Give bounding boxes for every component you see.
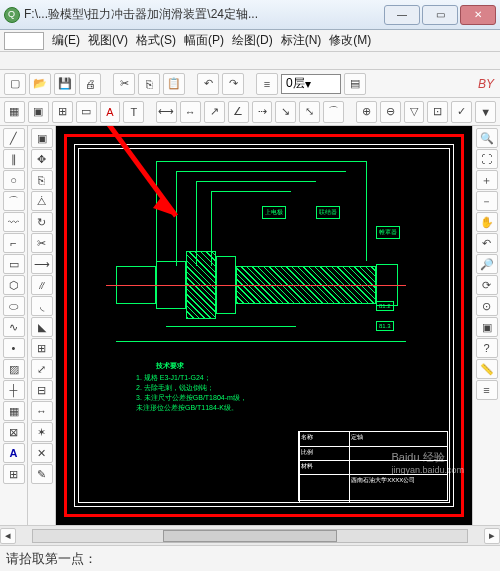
new-file-icon[interactable]: ▢ bbox=[4, 73, 26, 95]
select-icon[interactable]: ▭ bbox=[76, 101, 97, 123]
circle-icon[interactable]: ○ bbox=[3, 170, 25, 190]
layer-icon[interactable]: ≡ bbox=[256, 73, 278, 95]
regen-icon[interactable]: ⊙ bbox=[476, 296, 498, 316]
weld-icon[interactable]: ✓ bbox=[451, 101, 472, 123]
view-icon-1[interactable]: ▣ bbox=[476, 317, 498, 337]
table-icon[interactable]: ▦ bbox=[3, 401, 25, 421]
menu-modify[interactable]: 修改(M) bbox=[329, 32, 371, 49]
datum-icon[interactable]: ▼ bbox=[475, 101, 496, 123]
explode-icon[interactable]: ✶ bbox=[31, 422, 53, 442]
dimension-radius-icon[interactable]: ↗ bbox=[204, 101, 225, 123]
edit-icon[interactable]: ✎ bbox=[31, 464, 53, 484]
layer-selector[interactable]: 0层 ▾ bbox=[281, 74, 341, 94]
zoom-window-icon[interactable]: 🔍 bbox=[476, 128, 498, 148]
polyline-icon[interactable]: ⌐ bbox=[3, 233, 25, 253]
tool-icon-1[interactable]: ⊞ bbox=[52, 101, 73, 123]
dimension-continue-icon[interactable]: ⇢ bbox=[252, 101, 273, 123]
mirror-icon[interactable]: ⧊ bbox=[31, 191, 53, 211]
dimension-aligned-icon[interactable]: ↔ bbox=[180, 101, 201, 123]
menu-view[interactable]: 视图(V) bbox=[88, 32, 128, 49]
open-file-icon[interactable]: 📂 bbox=[29, 73, 51, 95]
zoom-realtime-icon[interactable]: 🔎 bbox=[476, 254, 498, 274]
move-icon[interactable]: ✥ bbox=[31, 149, 53, 169]
text-icon[interactable]: A bbox=[100, 101, 121, 123]
copy-icon[interactable]: ⎘ bbox=[138, 73, 160, 95]
zoom-out-icon[interactable]: － bbox=[476, 191, 498, 211]
scroll-thumb[interactable] bbox=[163, 530, 337, 542]
zoom-in-icon[interactable]: ＋ bbox=[476, 170, 498, 190]
menu-annotate[interactable]: 标注(N) bbox=[281, 32, 322, 49]
tb-cell: 定轴 bbox=[349, 432, 447, 446]
centerline-icon[interactable]: ┼ bbox=[3, 380, 25, 400]
dimension-leader-icon[interactable]: ↘ bbox=[275, 101, 296, 123]
zoom-previous-icon[interactable]: ↶ bbox=[476, 233, 498, 253]
insert-block-icon[interactable]: ⊞ bbox=[3, 464, 25, 484]
polygon-icon[interactable]: ⬡ bbox=[3, 275, 25, 295]
maximize-button[interactable]: ▭ bbox=[422, 5, 458, 25]
window-title: F:\...验模型\扭力冲击器加润滑装置\24定轴... bbox=[24, 6, 384, 23]
hatch-icon[interactable]: ▨ bbox=[3, 359, 25, 379]
symbol-icon-2[interactable]: ⊖ bbox=[380, 101, 401, 123]
array-icon[interactable]: ⊞ bbox=[31, 338, 53, 358]
layers-panel-icon[interactable]: ▦ bbox=[4, 101, 25, 123]
break-icon[interactable]: ⊟ bbox=[31, 380, 53, 400]
select-tool-icon[interactable]: ▣ bbox=[31, 128, 53, 148]
zoom-extents-icon[interactable]: ⛶ bbox=[476, 149, 498, 169]
text-tool-icon[interactable]: T bbox=[123, 101, 144, 123]
redo-icon[interactable]: ↷ bbox=[222, 73, 244, 95]
arc-icon[interactable]: ⌒ bbox=[3, 191, 25, 211]
undo-icon[interactable]: ↶ bbox=[197, 73, 219, 95]
copy-tool-icon[interactable]: ⎘ bbox=[31, 170, 53, 190]
fillet-icon[interactable]: ◟ bbox=[31, 296, 53, 316]
tolerance-icon[interactable]: ⊡ bbox=[427, 101, 448, 123]
close-button[interactable]: ✕ bbox=[460, 5, 496, 25]
offset-icon[interactable]: ⫽ bbox=[31, 275, 53, 295]
minimize-button[interactable]: — bbox=[384, 5, 420, 25]
menu-format[interactable]: 格式(S) bbox=[136, 32, 176, 49]
scroll-right-icon[interactable]: ▸ bbox=[484, 528, 500, 544]
dimension-arc-icon[interactable]: ⌒ bbox=[323, 101, 344, 123]
query-icon[interactable]: ? bbox=[476, 338, 498, 358]
scale-icon[interactable]: ⤢ bbox=[31, 359, 53, 379]
dimension-linear-icon[interactable]: ⟷ bbox=[156, 101, 177, 123]
cad-wire bbox=[176, 171, 177, 266]
menu-edit[interactable]: 编(E) bbox=[52, 32, 80, 49]
print-icon[interactable]: 🖨 bbox=[79, 73, 101, 95]
erase-icon[interactable]: ✕ bbox=[31, 443, 53, 463]
curve-icon[interactable]: ∿ bbox=[3, 317, 25, 337]
parallel-line-icon[interactable]: ∥ bbox=[3, 149, 25, 169]
spline-icon[interactable]: 〰 bbox=[3, 212, 25, 232]
notes-title: 技术要求 bbox=[156, 361, 184, 371]
point-icon[interactable]: • bbox=[3, 338, 25, 358]
roughness-icon[interactable]: ▽ bbox=[404, 101, 425, 123]
menu-sheet[interactable]: 幅面(P) bbox=[184, 32, 224, 49]
list-icon[interactable]: ≡ bbox=[476, 380, 498, 400]
cut-icon[interactable]: ✂ bbox=[113, 73, 135, 95]
toolbar-draw: ▦ ▣ ⊞ ▭ A T ⟷ ↔ ↗ ∠ ⇢ ↘ ⤡ ⌒ ⊕ ⊖ ▽ ⊡ ✓ ▼ bbox=[0, 98, 500, 126]
scroll-track[interactable] bbox=[32, 529, 468, 543]
extend-icon[interactable]: ⟶ bbox=[31, 254, 53, 274]
properties-icon[interactable]: ▤ bbox=[344, 73, 366, 95]
trim-icon[interactable]: ✂ bbox=[31, 233, 53, 253]
text-bold-icon[interactable]: A bbox=[3, 443, 25, 463]
block-icon[interactable]: ▣ bbox=[28, 101, 49, 123]
scroll-left-icon[interactable]: ◂ bbox=[0, 528, 16, 544]
pan-icon[interactable]: ✋ bbox=[476, 212, 498, 232]
rotate-icon[interactable]: ↻ bbox=[31, 212, 53, 232]
rectangle-icon[interactable]: ▭ bbox=[3, 254, 25, 274]
chamfer-icon[interactable]: ◣ bbox=[31, 317, 53, 337]
drawing-canvas[interactable]: 上电极 联结器 帷罩器 81.2 81.3 技术要求 1. 规格 E3-J1/T… bbox=[56, 126, 472, 525]
save-icon[interactable]: 💾 bbox=[54, 73, 76, 95]
paste-icon[interactable]: 📋 bbox=[163, 73, 185, 95]
ellipse-icon[interactable]: ⬭ bbox=[3, 296, 25, 316]
hole-icon[interactable]: ⊠ bbox=[3, 422, 25, 442]
stretch-icon[interactable]: ↔ bbox=[31, 401, 53, 421]
line-icon[interactable]: ╱ bbox=[3, 128, 25, 148]
symbol-icon-1[interactable]: ⊕ bbox=[356, 101, 377, 123]
dimension-ordinate-icon[interactable]: ⤡ bbox=[299, 101, 320, 123]
horizontal-scrollbar[interactable]: ◂ ▸ bbox=[0, 525, 500, 545]
redraw-icon[interactable]: ⟳ bbox=[476, 275, 498, 295]
measure-icon[interactable]: 📏 bbox=[476, 359, 498, 379]
menu-draw[interactable]: 绘图(D) bbox=[232, 32, 273, 49]
dimension-angle-icon[interactable]: ∠ bbox=[228, 101, 249, 123]
